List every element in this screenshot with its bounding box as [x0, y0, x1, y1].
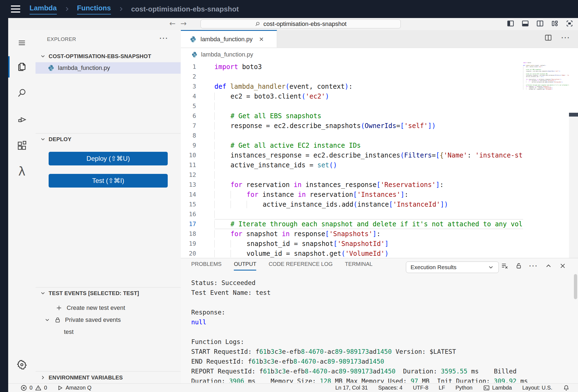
split-editor-icon[interactable] — [544, 34, 552, 41]
code-line[interactable]: 7 response = ec2.describe_snapshots(Owne… — [181, 121, 523, 131]
line-number[interactable]: 19 — [181, 239, 196, 249]
explorer-more-actions-icon[interactable]: ··· — [160, 34, 169, 42]
line-number[interactable]: 1 — [181, 62, 196, 72]
run-debug-icon[interactable] — [8, 109, 36, 130]
settings-gear-icon[interactable] — [8, 354, 36, 375]
menu-icon[interactable] — [8, 32, 36, 54]
line-number[interactable]: 9 — [181, 141, 196, 150]
status-item-utf-8[interactable]: UTF-8 — [413, 385, 428, 391]
line-number[interactable]: 6 — [181, 111, 196, 121]
panel-tab-code-reference-log[interactable]: CODE REFERENCE LOG — [269, 261, 332, 270]
line-number[interactable]: 17 — [181, 219, 196, 229]
line-number[interactable]: 14 — [181, 190, 196, 200]
code-line[interactable]: 17 # Iterate through each snapshot and d… — [181, 219, 523, 229]
code-line[interactable]: 14 for instance in reservation['Instance… — [181, 190, 523, 200]
command-center-search[interactable]: cost-optimisation-ebs-snapshot — [200, 19, 401, 28]
maximize-icon[interactable] — [565, 20, 574, 27]
code-line[interactable]: 1import boto3 — [181, 62, 523, 72]
private-saved-events-row[interactable]: Private saved events — [36, 314, 181, 325]
test-event-item[interactable]: test — [36, 326, 181, 337]
split-editor-icon[interactable] — [536, 20, 544, 27]
code-editor: 1import boto323def lambda_handler(event,… — [181, 61, 578, 258]
workspace-folder-row[interactable]: COST-OPTIMISATION-EBS-SNAPSHOT — [36, 51, 181, 62]
tab-lambda-function[interactable]: lambda_function.py × — [181, 30, 277, 47]
hamburger-menu-icon[interactable] — [11, 5, 20, 13]
line-number[interactable]: 16 — [181, 209, 196, 219]
code-line[interactable]: 19 snapshot_id = snapshot['SnapshotId'] — [181, 239, 523, 249]
deploy-button[interactable]: Deploy (⇧⌘U) — [49, 152, 168, 165]
aws-lambda-icon[interactable]: λ — [8, 161, 36, 182]
code-line[interactable]: 9 # Get all active EC2 instance IDs — [181, 141, 523, 150]
line-number[interactable]: 11 — [181, 160, 196, 170]
toggle-sidebar-icon[interactable] — [506, 20, 515, 27]
history-back-icon[interactable]: ← — [169, 19, 176, 28]
line-number[interactable]: 10 — [181, 150, 196, 160]
clear-output-icon[interactable] — [501, 262, 508, 270]
code-line[interactable]: 8 — [181, 131, 523, 141]
create-test-event-row[interactable]: Create new test event — [36, 302, 181, 313]
status-item-layout-u-s-[interactable]: Layout: U.S. — [522, 385, 552, 391]
unlock-icon[interactable] — [515, 262, 523, 270]
toggle-panel-icon[interactable] — [521, 20, 529, 27]
code-line[interactable]: 12 — [181, 170, 523, 180]
panel-more-actions-icon[interactable]: ··· — [529, 262, 538, 270]
line-number[interactable]: 3 — [181, 82, 196, 91]
panel-tab-output[interactable]: OUTPUT — [234, 261, 256, 271]
search-view-icon[interactable] — [8, 82, 36, 104]
breadcrumb-functions[interactable]: Functions — [77, 4, 111, 14]
line-number[interactable]: 5 — [181, 101, 196, 111]
breadcrumb-lambda[interactable]: Lambda — [30, 4, 57, 14]
output-line: Duration: 3906 ms Memory Size: 128 MB Ma… — [191, 376, 567, 383]
close-panel-icon[interactable] — [559, 262, 567, 270]
environment-variables-section-header[interactable]: ENVIRONMENT VARIABLES — [36, 371, 181, 384]
code-line[interactable]: 2 — [181, 72, 523, 82]
line-number[interactable]: 18 — [181, 229, 196, 239]
problems-status[interactable]: 0 0 — [20, 384, 47, 391]
line-number[interactable]: 15 — [181, 200, 196, 209]
tab-label: lambda_function.py — [200, 36, 253, 43]
deploy-section-header[interactable]: DEPLOY — [36, 133, 181, 145]
maximize-panel-icon[interactable] — [545, 262, 552, 270]
code-line[interactable]: 15 active_instance_ids.add(instance['Ins… — [181, 200, 523, 209]
code-line[interactable]: 13 for reservation in instances_response… — [181, 180, 523, 190]
code-line[interactable]: 3def lambda_handler(event, context): — [181, 82, 523, 91]
line-number[interactable]: 8 — [181, 131, 196, 141]
status-item-lf[interactable]: LF — [439, 385, 445, 391]
bell-icon[interactable] — [563, 384, 570, 391]
line-number[interactable]: 20 — [181, 249, 196, 258]
test-events-section-header[interactable]: TEST EVENTS [SELECTED: TEST] — [36, 287, 181, 299]
editor-scrollbar[interactable] — [569, 61, 578, 258]
status-item-spaces-4[interactable]: Spaces: 4 — [378, 385, 402, 391]
minimap[interactable]: import boto3def lambda_handler(event, co… — [523, 62, 569, 253]
code-line[interactable]: 18 for snapshot in response['Snapshots']… — [181, 229, 523, 239]
code-line[interactable]: 5 — [181, 101, 523, 111]
status-item-lambda[interactable]: Lambda — [483, 384, 512, 391]
panel-tab-problems[interactable]: PROBLEMS — [191, 261, 222, 270]
line-number[interactable]: 2 — [181, 72, 196, 82]
tab-close-icon[interactable]: × — [259, 35, 264, 43]
history-forward-icon[interactable]: → — [181, 19, 187, 28]
explorer-files-icon[interactable] — [8, 56, 36, 78]
file-row-lambda-function[interactable]: lambda_function.py — [36, 62, 181, 74]
test-button[interactable]: Test (⇧⌘I) — [49, 174, 168, 188]
code-line[interactable]: 4 ec2 = boto3.client('ec2') — [181, 91, 523, 101]
output-channel-select[interactable]: Execution Results — [406, 262, 499, 273]
code-line[interactable]: 20 volume_id = snapshot.get('VolumeId') — [181, 249, 523, 258]
status-item-ln-17-col-31[interactable]: Ln 17, Col 31 — [335, 385, 368, 391]
line-number[interactable]: 13 — [181, 180, 196, 190]
editor-more-actions-icon[interactable]: ··· — [561, 34, 570, 41]
line-number[interactable]: 7 — [181, 121, 196, 131]
amazon-q-status[interactable]: Amazon Q — [57, 385, 91, 391]
line-number[interactable]: 4 — [181, 91, 196, 101]
panel-tab-terminal[interactable]: TERMINAL — [345, 261, 373, 270]
extensions-icon[interactable] — [8, 135, 36, 156]
code-line[interactable]: 16 — [181, 209, 523, 219]
code-line[interactable]: 6 # Get all EBS snapshots — [181, 111, 523, 121]
status-item-python[interactable]: Python — [455, 385, 472, 391]
scrollbar-thumb[interactable] — [569, 113, 578, 117]
customize-layout-icon[interactable] — [551, 20, 559, 27]
line-number[interactable]: 12 — [181, 170, 196, 180]
code-line[interactable]: 11 active_instance_ids = set() — [181, 160, 523, 170]
panel-scrollbar-thumb[interactable] — [574, 274, 577, 299]
code-line[interactable]: 10 instances_response = ec2.describe_ins… — [181, 150, 523, 160]
